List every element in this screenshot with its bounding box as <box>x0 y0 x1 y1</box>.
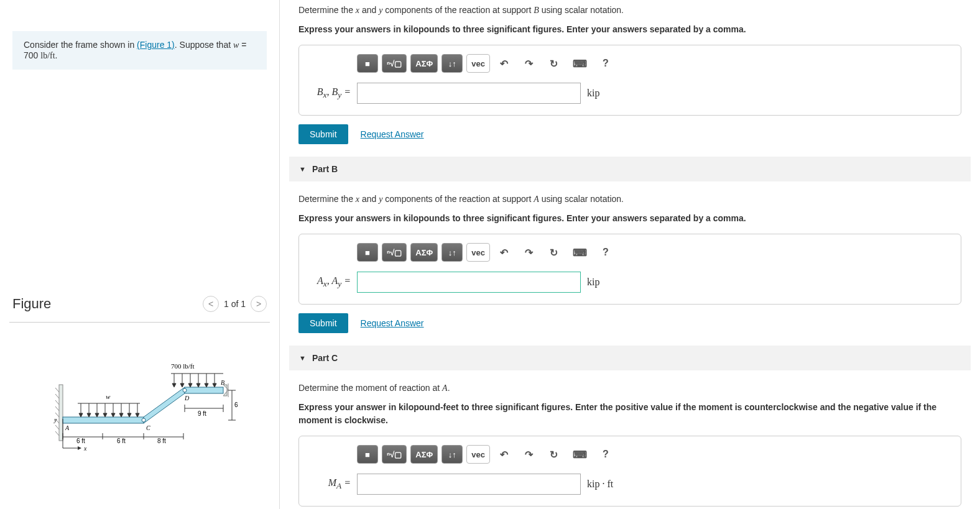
sqrt-button[interactable]: ⁿ√▢ <box>382 445 407 464</box>
svg-marker-44 <box>205 383 208 387</box>
answer-box: ■ ⁿ√▢ ΑΣΦ ↓↑ vec ↶ ↷ ↻ ⌨ ? Bx, By = kip <box>298 45 961 116</box>
answer-label: Bx, By = <box>310 86 351 100</box>
svg-marker-24 <box>103 413 107 417</box>
redo-button[interactable]: ↷ <box>519 445 540 464</box>
action-row: Submit Request Answer <box>298 313 961 333</box>
help-button[interactable]: ? <box>595 54 616 73</box>
figure-viewport[interactable]: w 700 lb/ft A B C D <box>12 323 267 497</box>
figure-count: 1 of 1 <box>224 299 246 309</box>
submit-button[interactable]: Submit <box>298 124 348 144</box>
problem-statement: Consider the frame shown in (Figure 1). … <box>12 31 267 70</box>
svg-text:C: C <box>146 424 150 431</box>
answer-label: MA = <box>310 477 351 491</box>
greek-button[interactable]: ΑΣΦ <box>410 243 438 262</box>
svg-marker-28 <box>119 413 123 417</box>
part-b-header[interactable]: ▼ Part B <box>289 157 971 181</box>
vec-button[interactable]: vec <box>466 243 490 262</box>
svg-point-14 <box>142 418 146 422</box>
svg-marker-71 <box>78 446 81 450</box>
svg-marker-18 <box>79 413 83 417</box>
arrows-button[interactable]: ↓↑ <box>441 54 463 73</box>
svg-text:6 ft: 6 ft <box>117 438 126 444</box>
svg-text:6 ft: 6 ft <box>234 401 239 408</box>
figure-nav: < 1 of 1 > <box>203 296 267 312</box>
answer-input[interactable] <box>357 474 581 495</box>
sqrt-button[interactable]: ⁿ√▢ <box>382 243 407 262</box>
answer-row: MA = kip · ft <box>310 474 950 495</box>
svg-marker-32 <box>136 413 139 417</box>
right-panel[interactable]: Review Determine the x and y components … <box>280 0 980 509</box>
svg-marker-40 <box>188 383 192 387</box>
svg-marker-20 <box>87 413 91 417</box>
svg-marker-36 <box>172 383 176 387</box>
svg-marker-38 <box>180 383 184 387</box>
question-text: Determine the x and y components of the … <box>298 193 961 206</box>
answer-unit: kip <box>587 277 599 288</box>
equation-toolbar: ■ ⁿ√▢ ΑΣΦ ↓↑ vec ↶ ↷ ↻ ⌨ ? <box>357 54 950 73</box>
redo-button[interactable]: ↷ <box>519 54 540 73</box>
figure-prev-button[interactable]: < <box>203 296 219 312</box>
figure-title: Figure <box>12 296 51 312</box>
undo-button[interactable]: ↶ <box>494 54 515 73</box>
problem-text: Consider the frame shown in <box>24 40 137 50</box>
part-c-header[interactable]: ▼ Part C <box>289 346 971 370</box>
answer-row: Ax, Ay = kip <box>310 272 950 293</box>
question-text: Determine the x and y components of the … <box>298 4 961 17</box>
keyboard-button[interactable]: ⌨ <box>568 243 591 262</box>
part-title: Part C <box>312 353 338 363</box>
equation-toolbar: ■ ⁿ√▢ ΑΣΦ ↓↑ vec ↶ ↷ ↻ ⌨ ? <box>357 445 950 464</box>
svg-text:9 ft: 9 ft <box>198 410 206 417</box>
unit: lb/ft <box>40 51 55 60</box>
arrows-button[interactable]: ↓↑ <box>441 445 463 464</box>
help-button[interactable]: ? <box>595 445 616 464</box>
svg-marker-42 <box>196 383 200 387</box>
svg-rect-11 <box>185 387 223 393</box>
help-button[interactable]: ? <box>595 243 616 262</box>
greek-button[interactable]: ΑΣΦ <box>410 445 438 464</box>
sqrt-button[interactable]: ⁿ√▢ <box>382 54 407 73</box>
figure-link[interactable]: (Figure 1) <box>137 40 175 50</box>
left-panel: Consider the frame shown in (Figure 1). … <box>0 0 280 509</box>
undo-button[interactable]: ↶ <box>494 243 515 262</box>
reset-button[interactable]: ↻ <box>543 54 565 73</box>
answer-input[interactable] <box>357 83 581 104</box>
vec-button[interactable]: vec <box>466 445 490 464</box>
svg-text:6 ft: 6 ft <box>76 438 85 444</box>
request-answer-link[interactable]: Request Answer <box>361 318 424 328</box>
svg-text:8 ft: 8 ft <box>157 438 166 444</box>
template-button[interactable]: ■ <box>357 243 378 262</box>
redo-button[interactable]: ↷ <box>519 243 540 262</box>
figure-next-button[interactable]: > <box>251 296 267 312</box>
request-answer-link[interactable]: Request Answer <box>361 129 424 139</box>
arrows-button[interactable]: ↓↑ <box>441 243 463 262</box>
template-button[interactable]: ■ <box>357 54 378 73</box>
review-link[interactable]: Review <box>935 0 961 1</box>
svg-marker-26 <box>111 413 115 417</box>
template-button[interactable]: ■ <box>357 445 378 464</box>
reset-button[interactable]: ↻ <box>543 445 565 464</box>
svg-text:y: y <box>53 416 57 423</box>
svg-line-8 <box>55 431 59 436</box>
svg-text:B: B <box>221 379 224 386</box>
keyboard-button[interactable]: ⌨ <box>568 54 591 73</box>
svg-text:A: A <box>65 424 70 431</box>
hint-text: Express your answer in kilopound-feet to… <box>298 401 961 427</box>
svg-line-3 <box>55 400 59 405</box>
svg-line-7 <box>55 425 59 429</box>
submit-button[interactable]: Submit <box>298 313 348 333</box>
keyboard-button[interactable]: ⌨ <box>568 445 591 464</box>
answer-box: ■ ⁿ√▢ ΑΣΦ ↓↑ vec ↶ ↷ ↻ ⌨ ? MA = kip · ft <box>298 436 961 507</box>
svg-text:x: x <box>83 445 87 452</box>
answer-unit: kip <box>587 88 599 99</box>
equation-toolbar: ■ ⁿ√▢ ΑΣΦ ↓↑ vec ↶ ↷ ↻ ⌨ ? <box>357 243 950 262</box>
reset-button[interactable]: ↻ <box>543 243 565 262</box>
vec-button[interactable]: vec <box>466 54 490 73</box>
undo-button[interactable]: ↶ <box>494 445 515 464</box>
answer-unit: kip · ft <box>587 479 613 490</box>
hint-text: Express your answers in kilopounds to th… <box>298 23 961 36</box>
greek-button[interactable]: ΑΣΦ <box>410 54 438 73</box>
answer-input[interactable] <box>357 272 581 293</box>
problem-text: . Suppose that <box>175 40 233 50</box>
svg-text:700 lb/ft: 700 lb/ft <box>171 362 195 370</box>
part-c: Determine the moment of reaction at A. E… <box>298 382 961 507</box>
